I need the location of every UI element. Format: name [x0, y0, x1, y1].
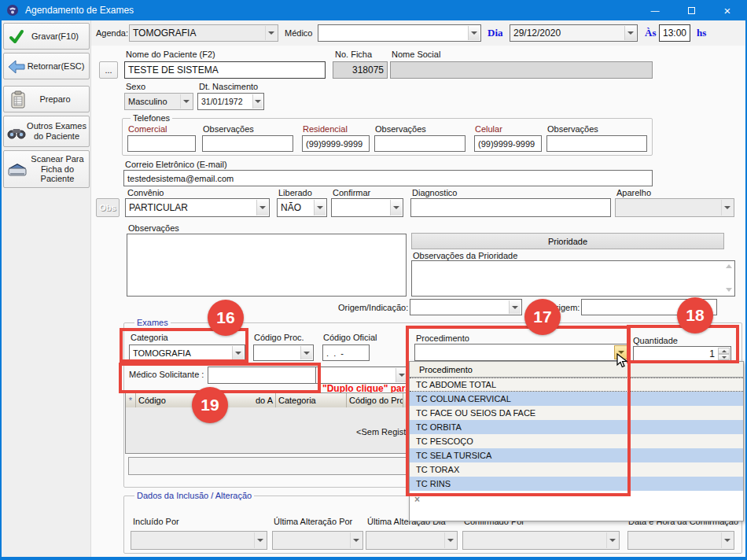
binoculars-icon	[7, 124, 26, 142]
codigo-oficial-label: Código Oficial	[323, 333, 377, 342]
chevron-down-icon[interactable]	[390, 200, 402, 216]
scroll-up-icon[interactable]	[726, 264, 732, 268]
app-icon	[6, 4, 19, 20]
agenda-label: Agenda:	[96, 28, 128, 38]
obs-residencial-input[interactable]	[374, 135, 465, 152]
dropdown-item[interactable]: TC SELA TURSICA	[410, 448, 743, 462]
spinner-buttons[interactable]	[718, 348, 730, 360]
chevron-down-icon[interactable]	[265, 26, 277, 40]
chevron-down-icon[interactable]	[350, 532, 362, 548]
dropdown-close-icon[interactable]: ×	[414, 494, 420, 505]
preparo-button[interactable]: Preparo	[3, 86, 90, 112]
chevron-down-icon[interactable]	[256, 200, 268, 216]
chevron-down-icon[interactable]	[509, 300, 521, 314]
maximize-button[interactable]	[673, 0, 709, 20]
scanear-button[interactable]: Scanear Para Ficha do Paciente	[3, 150, 90, 188]
browse-patient-button[interactable]: ...	[99, 61, 118, 79]
chevron-down-icon[interactable]	[721, 200, 733, 216]
comercial-input[interactable]	[127, 135, 196, 152]
chevron-down-icon[interactable]	[300, 346, 312, 359]
chevron-down-icon[interactable]	[232, 346, 244, 359]
mouse-cursor	[616, 353, 630, 371]
medico-label: Médico	[285, 28, 312, 38]
outros-exames-button[interactable]: Outros Exames do Paciente	[3, 116, 90, 147]
chevron-down-icon[interactable]	[396, 368, 407, 382]
dropdown-item[interactable]: TC ORBITA	[410, 420, 743, 434]
dropdown-item[interactable]: TC PESCOÇO	[410, 434, 743, 448]
quantidade-label: Quantidade	[633, 336, 678, 345]
chevron-down-icon[interactable]	[180, 94, 192, 109]
chevron-down-icon[interactable]	[252, 94, 263, 109]
dropdown-item[interactable]: TC FACE OU SEIOS DA FACE	[410, 406, 743, 420]
sexo-combobox[interactable]: Masculino	[124, 93, 193, 110]
grid-col-codigo-proc[interactable]: Código do Prc	[347, 393, 403, 407]
dados-group-label: Dados da Inclusão / Alteração	[134, 491, 254, 500]
patient-name-label: Nome do Paciente (F2)	[126, 50, 215, 59]
dropdown-item[interactable]: TC COLUNA CERVICAL	[410, 392, 743, 406]
dropdown-header: Procedimento	[410, 362, 743, 378]
dropdown-item[interactable]: TC TORAX	[410, 462, 743, 477]
prioridade-obs-textarea[interactable]	[411, 260, 735, 297]
retornar-button[interactable]: Retornar(ESC)	[3, 53, 90, 79]
agenda-value: TOMOGRAFIA	[133, 28, 196, 39]
obs-celular-input[interactable]	[546, 135, 647, 152]
quantidade-spinner[interactable]: 1	[633, 346, 731, 362]
grid-col-icon[interactable]: *	[126, 393, 136, 407]
scroll-down-icon[interactable]	[726, 288, 732, 292]
residencial-label: Residencial	[303, 124, 348, 134]
chevron-down-icon[interactable]	[721, 532, 733, 548]
medico-solicitante-input[interactable]	[208, 367, 316, 384]
codigo-oficial-input[interactable]: . . -	[322, 344, 370, 361]
patient-name-input[interactable]: TESTE DE SISTEMA	[124, 61, 326, 79]
liberado-label: Liberado	[278, 188, 312, 197]
observacoes-textarea[interactable]	[127, 234, 407, 297]
diagnostico-input[interactable]	[410, 198, 611, 217]
aparelho-combobox[interactable]	[615, 198, 734, 217]
obs-comercial-input[interactable]	[202, 135, 293, 152]
origem-combobox[interactable]	[410, 299, 522, 315]
medico-combobox[interactable]	[318, 24, 481, 42]
spin-up-icon[interactable]	[718, 348, 730, 354]
spin-down-icon[interactable]	[718, 354, 730, 360]
procedimento-label: Procedimento	[416, 333, 469, 343]
chevron-down-icon[interactable]	[254, 532, 266, 548]
chevron-down-icon[interactable]	[606, 532, 618, 548]
residencial-input[interactable]: (99)9999-9999	[302, 135, 370, 152]
data-confirmacao-combobox[interactable]	[627, 531, 734, 550]
codigo-proc-combobox[interactable]	[253, 344, 314, 361]
dropdown-item[interactable]: TC ABDOME TOTAL	[410, 378, 743, 392]
medico-solicitante-combobox[interactable]	[316, 367, 409, 384]
chevron-down-icon[interactable]	[468, 26, 480, 40]
confirmar-combobox[interactable]	[331, 198, 403, 217]
liberado-combobox[interactable]: NÃO	[277, 198, 327, 217]
chevron-down-icon[interactable]	[314, 200, 326, 216]
dropdown-item[interactable]: TC RINS	[410, 477, 743, 491]
prioridade-header[interactable]: Prioridade	[411, 233, 724, 249]
convenio-combobox[interactable]: PARTICULAR	[125, 198, 270, 217]
minimize-button[interactable]: —	[637, 0, 673, 20]
ficha-label: No. Ficha	[335, 50, 372, 59]
procedimento-combobox[interactable]	[414, 344, 629, 361]
convenio-label: Convênio	[127, 188, 164, 197]
obs-convenio-button[interactable]: Obs	[96, 198, 120, 217]
ult-alt-por-combobox[interactable]	[272, 531, 363, 550]
incluido-por-combobox[interactable]	[131, 531, 267, 550]
ult-alt-dia-combobox[interactable]	[366, 531, 458, 550]
grid-col-categoria[interactable]: Categoria	[276, 393, 347, 407]
hora-input[interactable]: 13:00	[659, 24, 690, 42]
chevron-down-icon[interactable]	[444, 532, 456, 548]
nascimento-label: Dt. Nascimento	[199, 82, 258, 91]
nascimento-combobox[interactable]: 31/01/1972	[197, 93, 264, 110]
agenda-combobox[interactable]: TOMOGRAFIA	[129, 24, 278, 42]
categoria-combobox[interactable]: TOMOGRAFIA	[129, 344, 245, 361]
email-label: Correio Eletrônico (E-mail)	[125, 160, 227, 169]
email-input[interactable]: testedesistema@email.com	[123, 170, 653, 186]
gravar-button[interactable]: Gravar(F10)	[3, 23, 90, 50]
patient-name-value: TESTE DE SISTEMA	[128, 64, 219, 76]
dia-combobox[interactable]: 29/12/2020	[510, 24, 638, 42]
close-button[interactable]: ×	[709, 0, 745, 20]
obs-residencial-label: Observações	[375, 124, 426, 134]
confirmado-por-combobox[interactable]	[462, 531, 620, 550]
celular-input[interactable]: (99)9999-9999	[474, 135, 542, 152]
chevron-down-icon[interactable]	[624, 26, 636, 40]
